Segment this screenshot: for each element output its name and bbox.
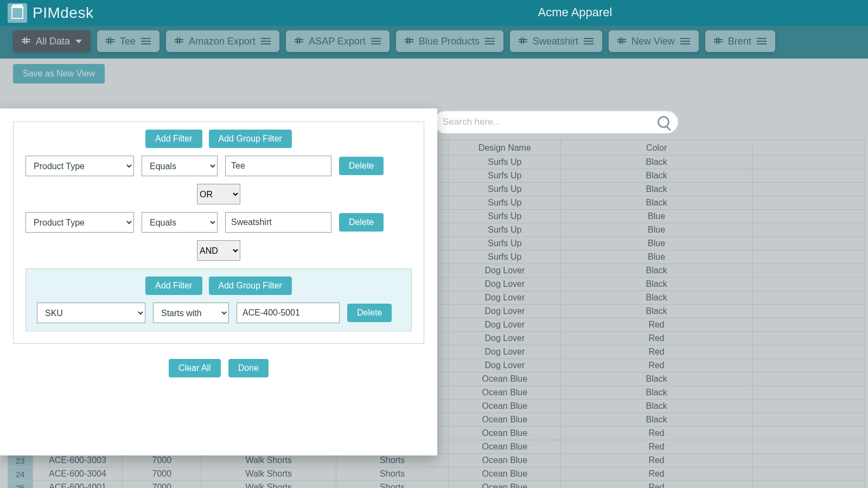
search-box[interactable] (434, 111, 678, 133)
filter-value-input[interactable] (237, 303, 340, 323)
add-group-filter-button[interactable]: Add Group Filter (209, 130, 292, 148)
filter-row: Product TypeSKUDesignDesign NameColor Eq… (25, 156, 412, 176)
app-name: PIMdesk (33, 4, 93, 22)
filter-op-select[interactable]: EqualsStarts withContains (153, 303, 229, 323)
filter-field-select[interactable]: Product TypeSKUDesignDesign NameColor (25, 156, 134, 176)
filter-group-nested: Add Filter Add Group Filter Product Type… (25, 268, 412, 331)
filter-group-outer: Add Filter Add Group Filter Product Type… (13, 121, 424, 344)
delete-filter-button[interactable]: Delete (339, 157, 384, 175)
search-icon (658, 116, 669, 128)
clear-all-button[interactable]: Clear All (169, 359, 221, 377)
filter-field-select[interactable]: Product TypeSKUDesignDesign NameColor (25, 212, 134, 233)
logo-icon (8, 3, 27, 23)
logo: PIMdesk (8, 3, 93, 23)
filter-joiner-select[interactable]: ORAND (197, 240, 240, 261)
filter-row: Product TypeSKUDesignDesign NameColor Eq… (25, 212, 412, 233)
delete-filter-button[interactable]: Delete (339, 213, 384, 232)
done-button[interactable]: Done (228, 359, 269, 377)
add-group-filter-button[interactable]: Add Group Filter (209, 277, 292, 295)
filter-joiner-select[interactable]: ORAND (197, 184, 240, 204)
filter-row: Product TypeSKUDesignDesign NameColor Eq… (37, 303, 400, 323)
delete-filter-button[interactable]: Delete (347, 304, 392, 322)
filter-op-select[interactable]: EqualsStarts withContains (142, 212, 218, 233)
filter-value-input[interactable] (225, 212, 331, 233)
add-filter-button[interactable]: Add Filter (145, 130, 202, 148)
add-filter-button[interactable]: Add Filter (145, 277, 202, 295)
search-input[interactable] (443, 117, 658, 127)
filter-value-input[interactable] (225, 156, 331, 176)
filter-field-select[interactable]: Product TypeSKUDesignDesign NameColor (37, 303, 145, 323)
filter-op-select[interactable]: EqualsStarts withContains (142, 156, 218, 176)
filter-modal: Add Filter Add Group Filter Product Type… (0, 108, 437, 455)
topbar: PIMdesk Acme Apparel (0, 0, 868, 26)
company-name: Acme Apparel (538, 5, 612, 20)
